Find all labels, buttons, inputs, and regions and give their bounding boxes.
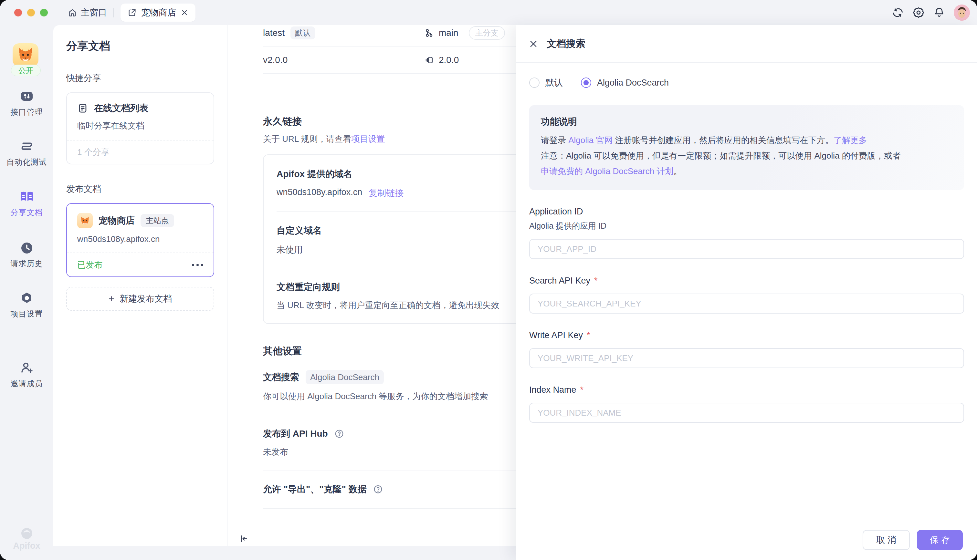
custom-domain-value: 未使用 [277, 244, 303, 255]
write-api-key-input[interactable] [529, 348, 964, 368]
inline-link[interactable]: Algolia 官网 [568, 135, 613, 145]
sidebar-item-label: 项目设置 [11, 309, 43, 319]
online-doc-list-desc: 临时分享在线文档 [77, 120, 203, 132]
help-question-icon [373, 485, 383, 494]
site-fox-avatar [77, 213, 93, 228]
field-search-api-key: Search API Key * [529, 276, 964, 313]
main-site-badge: 主站点 [140, 214, 174, 227]
sidebar-item-label: 请求历史 [11, 258, 43, 269]
apifox-wordmark: Apifox [13, 541, 40, 551]
online-doc-list-card[interactable]: 在线文档列表 临时分享在线文档 1 个分享 [66, 92, 214, 164]
sidebar-item-label: 自动化测试 [7, 157, 47, 167]
api-hub-label: 发布到 API Hub [263, 428, 328, 440]
project-settings-link[interactable]: 项目设置 [352, 134, 385, 144]
application-id-label: Application ID [529, 207, 583, 217]
invite-members-icon [19, 360, 34, 375]
share-window-icon [128, 8, 137, 17]
tab-pet-store-label: 宠物商店 [141, 7, 176, 18]
required-asterisk: * [580, 385, 584, 395]
sidebar-item-automated-testing[interactable]: 自动化测试 [0, 139, 53, 167]
apifox-brand: Apifox [0, 527, 53, 551]
notifications-bell-icon[interactable] [933, 7, 945, 19]
radio-algolia-label: Algolia DocSearch [597, 78, 669, 88]
index-name-input[interactable] [529, 403, 964, 423]
application-id-sublabel: Algolia 提供的应用 ID [529, 220, 964, 231]
sidebar-item-label: 接口管理 [11, 107, 43, 117]
online-doc-list-title: 在线文档列表 [94, 102, 148, 114]
field-index-name: Index Name * [529, 385, 964, 423]
allow-export-clone-label: 允许 "导出"、"克隆" 数据 [263, 483, 367, 495]
drawer-footer: 取消 保存 [516, 522, 977, 560]
info-line-3: 申请免费的 Algolia DocSearch 计划。 [541, 164, 952, 178]
document-icon [77, 103, 88, 114]
tab-pet-store[interactable]: 宠物商店 [120, 3, 195, 22]
sidebar-item-label: 邀请成员 [11, 378, 43, 389]
field-application-id: Application ID Algolia 提供的应用 ID [529, 207, 964, 259]
share-count: 1 个分享 [77, 147, 110, 158]
settings-gear-icon[interactable] [912, 7, 925, 19]
application-id-input[interactable] [529, 239, 964, 259]
apifox-domain-value: wn50ds108y.apifox.cn [277, 187, 362, 199]
version-number: 2.0.0 [439, 55, 459, 65]
project-settings-nut-icon [19, 291, 34, 305]
sidebar-item-share-docs[interactable]: 分享文档 [0, 190, 53, 218]
drawer-close-icon[interactable] [529, 39, 538, 49]
apifox-logo-icon [19, 527, 34, 540]
doc-search-label: 文档搜索 [263, 371, 299, 383]
collapse-sidebar-icon[interactable] [239, 534, 249, 543]
radio-circle-icon [529, 78, 540, 88]
inline-link[interactable]: 了解更多 [834, 135, 867, 145]
default-badge: 默认 [290, 27, 315, 39]
copy-link-button[interactable]: 复制链接 [368, 187, 403, 199]
site-name: 宠物商店 [98, 215, 135, 227]
search-api-key-input[interactable] [529, 293, 964, 313]
project-avatar[interactable] [13, 43, 38, 67]
window-controls [14, 9, 48, 17]
tab-close-icon[interactable] [181, 9, 188, 17]
published-site-card[interactable]: 宠物商店 主站点 wn50ds108y.apifox.cn 已发布 [66, 203, 214, 277]
main-branch-badge: 主分支 [469, 26, 505, 40]
page-title: 分享文档 [66, 39, 214, 53]
radio-algolia-docsearch[interactable]: Algolia DocSearch [581, 78, 669, 88]
minimize-window-button[interactable] [27, 9, 35, 17]
tab-home-label: 主窗口 [81, 7, 107, 18]
request-history-clock-icon [20, 241, 34, 255]
sidebar-item-invite-members[interactable]: 邀请成员 [0, 360, 53, 389]
plus-icon: + [108, 293, 115, 305]
more-actions-icon[interactable] [192, 264, 203, 266]
save-button[interactable]: 保存 [917, 530, 963, 550]
doc-search-drawer: 文档搜索 默认 Algolia DocSearch 功能说明 请登录 Algol… [516, 25, 977, 560]
tab-home[interactable]: 主窗口 [68, 7, 107, 18]
required-asterisk: * [587, 330, 590, 340]
info-box-title: 功能说明 [541, 116, 952, 128]
title-bar: 主窗口 宠物商店 [0, 0, 977, 25]
cancel-button[interactable]: 取消 [863, 530, 910, 550]
radio-default[interactable]: 默认 [529, 77, 563, 88]
publish-docs-section-label: 发布文档 [66, 183, 214, 195]
user-avatar[interactable] [954, 5, 970, 21]
sidebar-item-project-settings[interactable]: 项目设置 [0, 291, 53, 319]
site-url: wn50ds108y.apifox.cn [77, 234, 203, 244]
permalink-subtitle: 关于 URL 规则，请查看 [263, 134, 352, 144]
sync-icon[interactable] [892, 7, 904, 19]
info-line-1: 请登录 Algolia 官网 注册账号并创建应用，然后将应用的相关信息填写在下方… [541, 133, 952, 147]
maximize-window-button[interactable] [40, 9, 48, 17]
share-docs-panel: 分享文档 快捷分享 在线文档列表 临时分享在线文档 1 个分享 发布文档 [53, 25, 227, 546]
version-name: latest [263, 28, 285, 38]
quick-share-section-label: 快捷分享 [66, 72, 214, 84]
branch-name: main [439, 28, 458, 38]
index-name-label: Index Name [529, 385, 576, 395]
api-management-icon [19, 89, 34, 104]
version-name: v2.0.0 [263, 55, 288, 65]
sidebar-item-api-management[interactable]: 接口管理 [0, 89, 53, 117]
inline-link[interactable]: 申请免费的 Algolia DocSearch 计划 [541, 166, 673, 176]
new-published-doc-button[interactable]: + 新建发布文档 [66, 287, 214, 311]
field-write-api-key: Write API Key * [529, 330, 964, 368]
primary-sidebar: 公开 接口管理 自动化测试 分享文档 请求历史 [0, 25, 53, 560]
close-window-button[interactable] [14, 9, 22, 17]
versions-stack-icon [425, 55, 434, 65]
drawer-title: 文档搜索 [547, 37, 585, 50]
doc-search-current-badge: Algolia DocSearch [306, 370, 384, 384]
sidebar-item-request-history[interactable]: 请求历史 [0, 241, 53, 269]
published-status: 已发布 [77, 259, 102, 271]
